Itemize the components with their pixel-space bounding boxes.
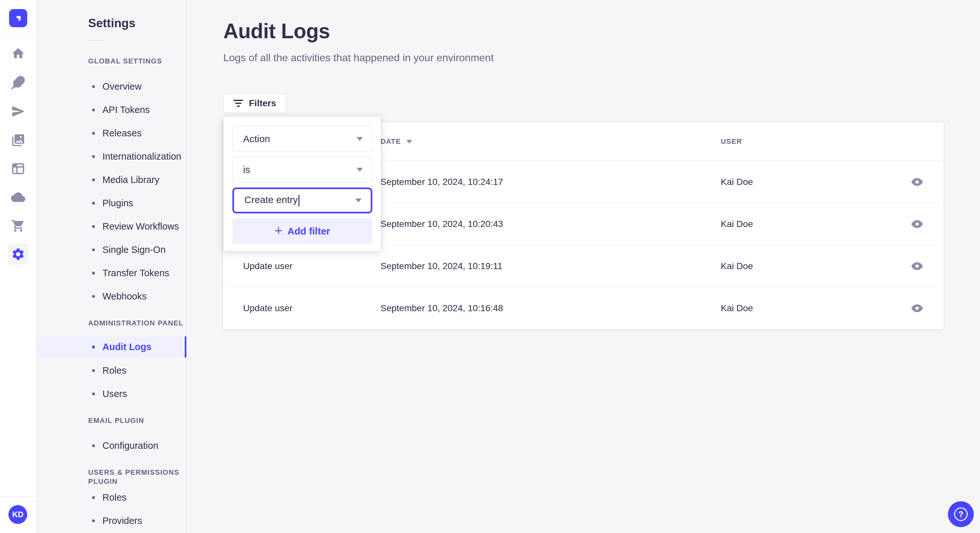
main-nav-rail: KD (0, 0, 36, 533)
filter-operator-select[interactable]: is (232, 157, 372, 182)
section-administration-panel: ADMINISTRATION PANEL (36, 319, 186, 328)
eye-icon (911, 262, 923, 270)
bullet-icon (92, 272, 95, 274)
sidebar-item-webhooks[interactable]: Webhooks (36, 285, 186, 308)
table-row[interactable]: Update user September 10, 2024, 10:19:11… (223, 245, 944, 287)
sidebar-item-media-library[interactable]: Media Library (36, 168, 186, 191)
sidebar-item-audit-logs[interactable]: Audit Logs (36, 336, 186, 357)
cell-action: Update user (243, 303, 380, 314)
media-library-icon[interactable] (8, 130, 29, 151)
text-cursor (299, 195, 299, 206)
add-filter-button[interactable]: + Add filter (232, 218, 372, 244)
bullet-icon (92, 108, 95, 111)
sidebar-item-users[interactable]: Users (36, 382, 186, 405)
bullet-icon (92, 178, 95, 181)
layout-icon[interactable] (8, 159, 29, 179)
sidebar-item-configuration[interactable]: Configuration (36, 434, 186, 457)
cell-user: Kai Doe (721, 261, 900, 271)
main-content: Audit Logs Logs of all the activities th… (187, 0, 980, 533)
table-row[interactable]: Update user September 10, 2024, 10:16:48… (223, 287, 944, 329)
user-avatar[interactable]: KD (8, 505, 27, 524)
bullet-icon (92, 369, 95, 372)
bullet-icon (92, 444, 95, 447)
rail-bottom-divider (0, 497, 36, 497)
filter-value-select[interactable]: Create entry (232, 187, 372, 213)
sidebar-item-up-roles[interactable]: Roles (36, 486, 186, 509)
paper-plane-icon[interactable] (8, 101, 29, 122)
page-subtitle: Logs of all the activities that happened… (223, 51, 944, 64)
plus-icon: + (275, 224, 282, 237)
sidebar-item-roles[interactable]: Roles (36, 359, 186, 382)
filters-button[interactable]: Filters (223, 94, 286, 113)
sidebar-item-transfer-tokens[interactable]: Transfer Tokens (36, 261, 186, 285)
chevron-down-icon (356, 168, 363, 171)
add-filter-label: Add filter (288, 226, 330, 237)
view-details-button[interactable] (909, 302, 926, 315)
cloud-icon[interactable] (8, 187, 29, 208)
home-icon[interactable] (8, 43, 29, 64)
subnav-title: Settings (36, 0, 186, 30)
sort-desc-icon (406, 140, 412, 143)
strapi-logo-icon (13, 13, 24, 24)
view-details-button[interactable] (909, 260, 926, 273)
question-mark-icon: ? (954, 508, 968, 521)
sidebar-item-providers[interactable]: Providers (36, 509, 186, 532)
bullet-icon (92, 85, 95, 88)
sidebar-item-plugins[interactable]: Plugins (36, 191, 186, 215)
cell-user: Kai Doe (721, 303, 900, 314)
cell-user: Kai Doe (721, 219, 900, 229)
bullet-icon (92, 132, 95, 135)
bullet-icon (92, 392, 95, 395)
view-details-button[interactable] (909, 217, 926, 230)
sidebar-item-overview[interactable]: Overview (36, 75, 186, 98)
eye-icon (911, 178, 923, 186)
eye-icon (911, 220, 923, 228)
cell-date: September 10, 2024, 10:24:17 (380, 177, 721, 187)
bullet-icon (92, 496, 95, 499)
sidebar-item-releases[interactable]: Releases (36, 121, 186, 145)
cell-action: Update user (243, 261, 380, 271)
page-title: Audit Logs (223, 19, 944, 43)
chevron-down-icon (355, 198, 362, 202)
bullet-icon (92, 346, 95, 348)
filters-button-label: Filters (249, 98, 276, 108)
bullet-icon (92, 519, 95, 522)
cell-date: September 10, 2024, 10:19:11 (380, 261, 721, 271)
settings-icon[interactable] (8, 244, 29, 265)
strapi-logo[interactable] (9, 9, 27, 27)
view-details-button[interactable] (909, 176, 926, 189)
bullet-icon (92, 202, 95, 205)
filter-field-select[interactable]: Action (232, 126, 372, 152)
column-header-date[interactable]: DATE (380, 137, 721, 146)
eye-icon (911, 305, 923, 312)
cart-icon[interactable] (8, 215, 29, 236)
sidebar-item-api-tokens[interactable]: API Tokens (36, 98, 186, 121)
chevron-down-icon (356, 137, 363, 141)
subnav-divider (88, 40, 104, 41)
help-button[interactable]: ? (948, 501, 974, 527)
cell-date: September 10, 2024, 10:20:43 (380, 219, 721, 229)
filter-operator-value: is (243, 164, 250, 175)
filter-field-value: Action (243, 133, 270, 144)
sidebar-item-single-sign-on[interactable]: Single Sign-On (36, 238, 186, 261)
bullet-icon (92, 248, 95, 251)
bullet-icon (92, 225, 95, 228)
filter-value-text: Create entry (244, 194, 299, 206)
bullet-icon (92, 155, 95, 158)
section-users-permissions-plugin: USERS & PERMISSIONS PLUGIN (36, 468, 186, 477)
bullet-icon (92, 295, 95, 298)
sidebar-item-review-workflows[interactable]: Review Workflows (36, 215, 186, 238)
section-email-plugin: EMAIL PLUGIN (36, 416, 186, 425)
filter-icon (233, 100, 243, 107)
cell-date: September 10, 2024, 10:16:48 (380, 303, 721, 314)
cell-user: Kai Doe (721, 177, 900, 187)
settings-subnav: Settings GLOBAL SETTINGS Overview API To… (36, 0, 187, 533)
sidebar-item-internationalization[interactable]: Internationalization (36, 145, 186, 168)
rail-divider (0, 36, 36, 36)
filter-popover: Action is Create entry + Add filter (223, 116, 381, 251)
feather-icon[interactable] (8, 72, 29, 93)
column-header-user[interactable]: USER (721, 137, 900, 146)
section-global-settings: GLOBAL SETTINGS (36, 57, 186, 66)
